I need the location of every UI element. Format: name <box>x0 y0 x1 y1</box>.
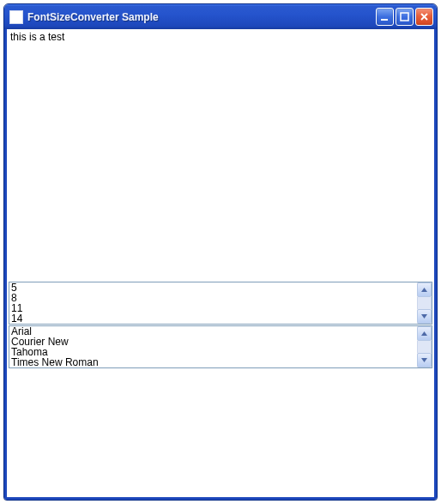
close-button[interactable] <box>415 8 433 26</box>
sample-text: this is a test <box>7 29 434 45</box>
scrollbar[interactable] <box>417 282 432 324</box>
client-area: this is a test 5 8 11 14 Arial <box>4 29 437 500</box>
maximize-button[interactable] <box>396 8 414 26</box>
minimize-icon <box>380 12 390 21</box>
svg-marker-5 <box>421 314 427 319</box>
font-size-items: 5 8 11 14 <box>9 282 417 324</box>
chevron-up-icon <box>420 286 428 294</box>
scroll-up-button[interactable] <box>417 326 432 341</box>
scroll-track[interactable] <box>417 341 432 353</box>
list-item[interactable]: Times New Roman <box>9 357 417 367</box>
scroll-down-button[interactable] <box>417 309 432 324</box>
minimize-button[interactable] <box>376 8 394 26</box>
scroll-up-button[interactable] <box>417 282 432 297</box>
chevron-down-icon <box>420 313 428 320</box>
scrollbar[interactable] <box>417 326 432 367</box>
list-item[interactable]: 5 <box>9 282 417 293</box>
list-item[interactable]: 11 <box>9 303 417 313</box>
close-icon <box>420 12 429 21</box>
list-item[interactable]: 14 <box>9 313 417 324</box>
list-item[interactable]: Arial <box>9 326 417 337</box>
svg-rect-0 <box>381 19 388 21</box>
app-window: FontSizeConverter Sample this is a test … <box>3 3 438 501</box>
spacer <box>7 45 434 282</box>
app-icon <box>9 10 23 24</box>
font-family-listbox[interactable]: Arial Courier New Tahoma Times New Roman <box>9 325 432 368</box>
maximize-icon <box>400 12 409 21</box>
font-size-listbox[interactable]: 5 8 11 14 <box>9 282 432 325</box>
window-title: FontSizeConverter Sample <box>27 11 376 23</box>
chevron-up-icon <box>420 330 428 337</box>
list-item[interactable]: 8 <box>9 293 417 303</box>
svg-marker-4 <box>421 288 427 292</box>
titlebar[interactable]: FontSizeConverter Sample <box>4 4 437 29</box>
svg-marker-6 <box>421 331 427 336</box>
scroll-down-button[interactable] <box>417 353 432 367</box>
window-buttons <box>376 8 433 26</box>
font-family-items: Arial Courier New Tahoma Times New Roman <box>9 326 417 367</box>
list-item[interactable]: Courier New <box>9 337 417 347</box>
scroll-track[interactable] <box>417 297 432 309</box>
svg-marker-7 <box>421 358 427 362</box>
svg-rect-1 <box>401 13 408 21</box>
chevron-down-icon <box>420 356 428 364</box>
